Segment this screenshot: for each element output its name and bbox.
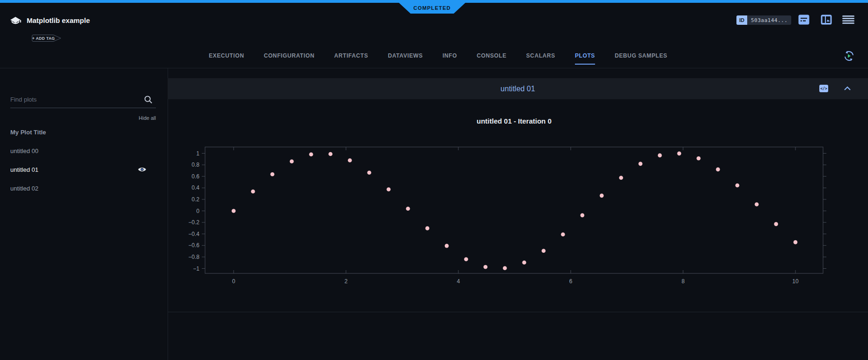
plot-panel-title: untitled 01 <box>500 85 535 93</box>
data-point <box>503 266 507 270</box>
tabs-divider <box>0 68 868 68</box>
data-point <box>522 260 526 264</box>
data-point <box>348 158 352 162</box>
data-point <box>270 172 274 176</box>
data-point <box>232 209 236 213</box>
x-tick-label: 10 <box>792 278 799 285</box>
data-point <box>406 207 410 211</box>
chart-area: untitled 01 - Iteration 0 10.80.60.40.20… <box>168 99 868 312</box>
data-point <box>425 226 429 230</box>
tab-dataviews[interactable]: DATAVIEWS <box>388 52 423 65</box>
x-tick-label: 4 <box>457 278 460 285</box>
add-tag-label: + ADD TAG <box>32 36 55 41</box>
y-tick-label: 0.6 <box>191 173 199 180</box>
scatter-plot: 10.80.60.40.20−0.2−0.4−0.6−0.8−10246810 <box>168 99 868 312</box>
search-icon[interactable] <box>144 95 153 104</box>
tab-info[interactable]: INFO <box>442 52 457 65</box>
data-point <box>736 184 740 188</box>
hide-all-link[interactable]: Hide all <box>109 115 156 121</box>
page-title: Matplotlib example <box>27 16 90 24</box>
y-tick-label: 1 <box>196 150 199 157</box>
add-tag-button[interactable]: + ADD TAG <box>31 34 62 42</box>
notes-icon[interactable] <box>798 15 809 25</box>
app-root: COMPLETED Matplotlib example + ADD TAG I… <box>0 0 868 360</box>
details-panel-icon[interactable] <box>821 15 832 25</box>
x-tick-label: 6 <box>569 278 573 285</box>
data-point <box>774 222 778 226</box>
data-point <box>581 213 585 218</box>
y-tick-label: 0.8 <box>191 162 199 168</box>
data-point <box>445 244 449 248</box>
status-badge-label: COMPLETED <box>413 5 451 11</box>
sidebar-item-untitled-02[interactable]: untitled 02 <box>0 179 168 198</box>
x-tick-label: 8 <box>682 278 685 285</box>
data-point <box>561 232 565 236</box>
data-point <box>542 249 546 253</box>
y-tick-label: −0.8 <box>188 254 199 260</box>
eye-icon[interactable] <box>138 166 147 173</box>
data-point <box>755 202 759 206</box>
chevron-up-icon[interactable] <box>844 86 851 91</box>
y-tick-label: −0.2 <box>188 219 199 226</box>
data-point <box>309 152 313 156</box>
plot-item-label: untitled 02 <box>10 185 38 192</box>
data-point <box>387 187 391 191</box>
data-point <box>716 168 720 172</box>
data-point <box>619 176 623 180</box>
tab-plots[interactable]: PLOTS <box>575 52 595 65</box>
y-tick-label: 0.2 <box>191 196 199 203</box>
tab-execution[interactable]: EXECUTION <box>209 52 244 65</box>
x-tick-label: 2 <box>345 278 348 285</box>
data-point <box>639 162 643 166</box>
code-icon[interactable]: </> <box>819 85 828 92</box>
sidebar-item-untitled-00[interactable]: untitled 00 <box>0 141 168 160</box>
data-point <box>794 240 798 244</box>
plot-search <box>10 93 156 108</box>
plot-item-label: My Plot Title <box>10 129 46 136</box>
plot-item-label: untitled 01 <box>10 166 38 173</box>
id-value: 503aa144... <box>747 15 791 25</box>
data-point <box>367 170 371 175</box>
data-point <box>290 159 294 163</box>
data-point <box>677 152 681 156</box>
menu-icon[interactable] <box>842 15 854 24</box>
plot-panel-header: untitled 01 </> <box>168 78 868 99</box>
y-tick-label: −0.4 <box>188 231 199 237</box>
experiment-id-chip[interactable]: ID 503aa144... <box>736 15 791 25</box>
data-point <box>600 194 604 198</box>
x-tick-label: 0 <box>232 278 235 285</box>
data-point <box>697 156 701 161</box>
y-tick-label: 0 <box>196 208 199 214</box>
sidebar-item-my-plot-title[interactable]: My Plot Title <box>0 123 168 141</box>
data-point <box>484 265 488 269</box>
tab-artifacts[interactable]: ARTIFACTS <box>334 52 368 65</box>
data-point <box>251 190 255 194</box>
tab-bar: EXECUTION CONFIGURATION ARTIFACTS DATAVI… <box>209 52 667 65</box>
tab-debug-samples[interactable]: DEBUG SAMPLES <box>615 52 667 65</box>
sidebar-item-untitled-01[interactable]: untitled 01 <box>0 160 168 179</box>
plot-list: My Plot Title untitled 00 untitled 01 un… <box>0 123 168 198</box>
y-tick-label: 0.4 <box>191 184 199 191</box>
tab-configuration[interactable]: CONFIGURATION <box>264 52 314 65</box>
data-point <box>464 257 468 261</box>
data-point <box>658 154 662 158</box>
tab-console[interactable]: CONSOLE <box>477 52 507 65</box>
plot-frame <box>205 147 823 273</box>
app-logo-icon <box>9 16 22 28</box>
plot-item-label: untitled 00 <box>10 147 38 154</box>
data-point <box>329 152 333 156</box>
panel-bottom-divider <box>168 312 868 312</box>
y-tick-label: −0.6 <box>188 242 199 249</box>
search-input[interactable] <box>10 93 140 106</box>
refresh-icon[interactable] <box>843 50 855 62</box>
id-badge: ID <box>736 15 747 25</box>
tab-scalars[interactable]: SCALARS <box>526 52 555 65</box>
status-badge: COMPLETED <box>398 2 466 14</box>
y-tick-label: −1 <box>193 265 199 272</box>
